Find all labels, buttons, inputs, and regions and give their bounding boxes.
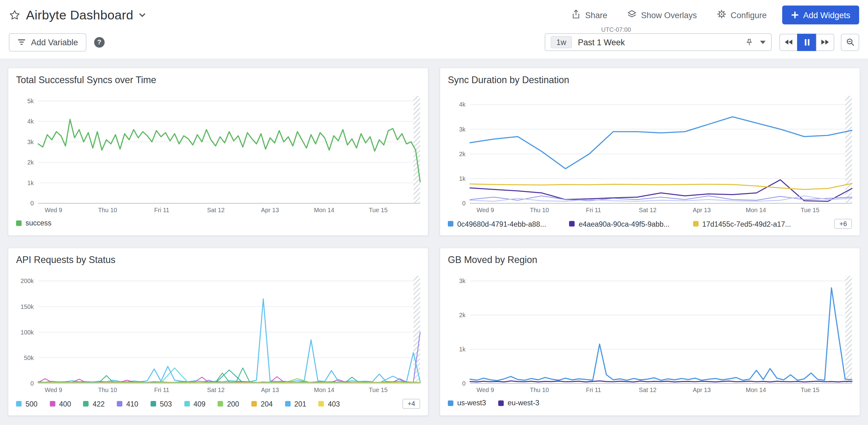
legend-label: 403 [328,400,340,408]
svg-text:Tue 15: Tue 15 [801,207,819,213]
plus-icon [791,11,799,19]
legend-item[interactable]: 503 [151,400,172,408]
legend-item[interactable]: 410 [117,400,138,408]
widget-title: GB Moved by Region [440,248,860,270]
legend-swatch [285,401,290,406]
filter-icon [17,37,26,47]
svg-text:2k: 2k [27,159,34,166]
legend-item[interactable]: 400 [50,400,71,408]
svg-text:Sat 12: Sat 12 [639,207,656,213]
legend-item[interactable]: eu-west-3 [498,399,539,407]
svg-text:Sat 12: Sat 12 [207,387,225,393]
legend-swatch [569,221,575,227]
share-label: Share [585,10,607,20]
timeseries-chart[interactable]: 050k100k150k200kWed 9Thu 10Fri 11Sat 12A… [12,270,423,397]
time-range-selector[interactable]: 1w Past 1 Week [545,33,772,51]
svg-text:Fri 11: Fri 11 [154,207,169,213]
legend-swatch [16,401,22,406]
dashboard-title: Airbyte Dashboard [26,7,133,23]
fast-forward-button[interactable] [816,34,834,51]
timeseries-chart[interactable]: 01k2k3k4k5kWed 9Thu 10Fri 11Sat 12Apr 13… [12,90,423,216]
svg-text:Thu 10: Thu 10 [98,387,117,393]
legend-item[interactable]: 200 [218,400,239,408]
svg-text:200k: 200k [21,277,34,284]
time-playback-controls [779,34,834,51]
legend-item[interactable]: 17d1455c-7ed5-49d2-a17... [693,220,791,228]
time-range-shortcut[interactable]: 1w [551,36,571,48]
widget-title: API Requests by Status [8,248,428,270]
svg-text:Tue 15: Tue 15 [369,387,388,393]
svg-text:4k: 4k [27,118,34,125]
help-icon[interactable]: ? [94,37,104,48]
show-overlays-button[interactable]: Show Overlays [627,9,697,21]
timeseries-chart[interactable]: 01k2k3k4kWed 9Thu 10Fri 11Sat 12Apr 13Mo… [444,90,855,216]
legend-overflow-badge[interactable]: +4 [403,399,420,409]
svg-text:Mon 14: Mon 14 [314,207,334,213]
svg-text:Wed 9: Wed 9 [476,387,494,393]
time-range-label: Past 1 Week [578,37,745,47]
legend-swatch [448,221,454,227]
pause-button[interactable] [797,34,816,51]
legend-item[interactable]: 409 [184,400,206,408]
legend-swatch [318,401,324,406]
legend-label: 500 [26,400,37,408]
legend-label: 201 [294,400,306,408]
legend-overflow-badge[interactable]: +6 [834,219,852,229]
configure-button[interactable]: Configure [717,9,767,21]
legend-label: 503 [160,400,172,408]
legend-swatch [251,401,257,406]
legend-swatch [50,401,55,406]
chart-canvas: 01k2k3k4k5kWed 9Thu 10Fri 11Sat 12Apr 13… [12,90,423,216]
svg-text:2k: 2k [459,312,466,318]
title-chevron-down-icon[interactable] [139,12,146,17]
configure-label: Configure [731,10,767,20]
chart-legend: 0c49680d-4791-4ebb-a88...e4aea90a-90ca-4… [440,216,860,235]
svg-text:5k: 5k [27,98,34,104]
svg-text:Thu 10: Thu 10 [530,207,549,213]
legend-swatch [218,401,223,406]
svg-text:Sat 12: Sat 12 [639,387,656,393]
legend-item[interactable]: e4aea90a-90ca-49f5-9abb... [569,220,670,228]
svg-text:3k: 3k [459,126,466,133]
svg-text:Mon 14: Mon 14 [314,387,334,393]
chart-canvas: 050k100k150k200kWed 9Thu 10Fri 11Sat 12A… [12,270,423,397]
legend-item[interactable]: 500 [16,400,37,408]
svg-text:Sat 12: Sat 12 [207,207,225,213]
legend-item[interactable]: 0c49680d-4791-4ebb-a88... [448,220,546,228]
chevron-down-icon[interactable] [760,40,766,44]
svg-text:4k: 4k [459,101,466,108]
legend-label: 200 [227,400,239,408]
add-variable-label: Add Variable [31,37,78,47]
legend-item[interactable]: 422 [84,400,105,408]
legend-item[interactable]: 403 [318,400,340,408]
legend-item[interactable]: success [16,219,52,227]
svg-text:Mon 14: Mon 14 [746,387,766,393]
layers-icon [627,9,637,21]
rewind-button[interactable] [779,34,798,51]
add-widgets-label: Add Widgets [803,10,850,20]
pin-icon[interactable] [745,38,753,46]
legend-item[interactable]: 204 [251,400,273,408]
legend-label: success [26,219,52,227]
legend-item[interactable]: us-west3 [448,399,486,407]
legend-label: 204 [261,400,273,408]
timezone-label: UTC-07:00 [598,26,634,33]
favorite-star-icon[interactable] [9,9,21,21]
svg-text:Tue 15: Tue 15 [369,207,388,213]
svg-text:0: 0 [30,200,34,207]
svg-text:3k: 3k [27,139,34,145]
svg-text:1k: 1k [459,175,466,182]
add-variable-button[interactable]: Add Variable [9,33,86,51]
legend-swatch [151,401,156,406]
legend-swatch [84,401,89,406]
zoom-out-button[interactable] [841,34,859,51]
legend-item[interactable]: 201 [285,400,307,408]
legend-swatch [498,400,504,405]
legend-swatch [693,221,699,227]
share-button[interactable]: Share [571,9,607,21]
add-widgets-button[interactable]: Add Widgets [782,5,859,24]
dashboard-header: Airbyte Dashboard Share Show Overlays Co… [0,0,868,59]
svg-text:Mon 14: Mon 14 [746,207,766,213]
svg-text:Fri 11: Fri 11 [154,387,169,393]
timeseries-chart[interactable]: 01k2k3kWed 9Thu 10Fri 11Sat 12Apr 13Mon … [444,270,855,397]
